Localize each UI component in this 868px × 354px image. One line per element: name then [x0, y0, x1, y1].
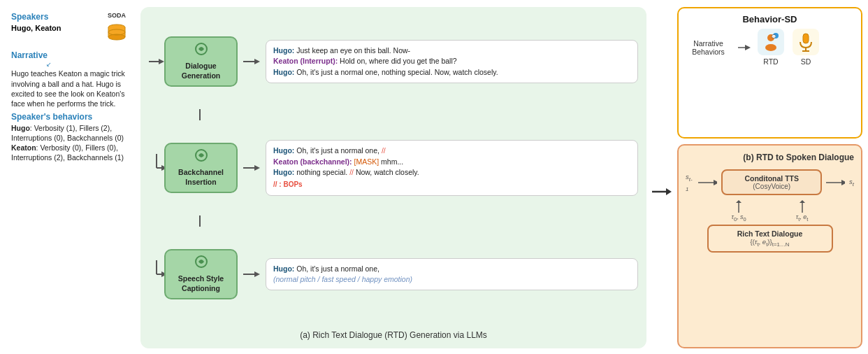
hugo-speaker-2: Hugo: [273, 68, 294, 76]
arrow-tau-s-up [734, 200, 744, 213]
elbow-connector-1 [149, 154, 164, 182]
svg-marker-22 [254, 271, 260, 277]
svg-marker-16 [254, 165, 260, 171]
rich-text-math: {(τt, et)}t=1…N [714, 238, 826, 248]
svg-marker-19 [161, 271, 164, 277]
svg-marker-37 [841, 180, 845, 185]
keaton-speaker-1: Keaton (Interrupt): [273, 57, 338, 65]
sd-icon-item: SD [793, 29, 819, 66]
rich-text-label: Rich Text Dialogue [714, 229, 826, 238]
arrow-to-icons [738, 43, 751, 52]
sd-icon [793, 29, 819, 55]
hugo-speaker-5: Hugo: [273, 264, 294, 273]
output-box-1: Hugo: Just keep an eye on this ball. Now… [266, 40, 638, 83]
main-container: Speakers Hugo, Keaton SODA Narrative ↙ H… [0, 0, 868, 354]
database-icon [104, 20, 129, 45]
v-connector-1 [164, 109, 201, 120]
rtd-spoken-caption: (b) RTD to Spoken Dialogue [686, 153, 854, 162]
row1-content: DialogueGeneration Hugo: Just keep an ey… [164, 34, 638, 89]
bops-note: // : BOPs [273, 180, 630, 190]
openai-icon-1 [194, 42, 208, 59]
behaviors-text: Hugo: Verbosity (1), Fillers (2), Interr… [11, 123, 129, 163]
rich-text-box: Rich Text Dialogue {(τt, et)}t=1…N [707, 225, 833, 253]
tau-e-label: τt, et [796, 213, 809, 222]
big-right-arrow [652, 7, 672, 348]
svg-text:💬: 💬 [772, 34, 776, 39]
style-caption: (normal pitch / fast speed / happy emoti… [273, 275, 412, 283]
svg-marker-10 [254, 59, 260, 64]
sd-label: SD [801, 57, 811, 66]
tts-sub: (CosyVoice) [728, 183, 815, 190]
soda-label: SODA [104, 11, 129, 20]
backchannel-insertion-box: BackchannelInsertion [164, 143, 238, 192]
elbow-connector-2 [149, 260, 164, 288]
rtd-icon: 💬 [758, 29, 784, 55]
svg-marker-13 [161, 165, 164, 171]
arrow-s-prev [698, 178, 717, 187]
svg-marker-26 [745, 45, 751, 50]
narrative-behaviors-label: NarrativeBehaviors [686, 39, 731, 56]
arrow-to-output2 [243, 163, 260, 173]
tau-s-label: τ0, s0 [732, 213, 746, 222]
arrow-to-output1 [243, 57, 260, 66]
openai-icon-2 [194, 148, 208, 166]
v-connector-2 [164, 215, 201, 227]
keaton-speaker-2: Keaton (backchannel): [273, 157, 352, 166]
svg-rect-31 [803, 34, 809, 43]
output-box-3: Hugo: Oh, it's just a normal one, (norma… [266, 258, 638, 290]
hugo-speaker-4: Hugo: [273, 168, 294, 176]
openai-icon-3 [194, 255, 208, 272]
svg-marker-39 [736, 200, 742, 203]
row2-content: BackchannelInsertion Hugo: Oh, it's just… [164, 137, 638, 198]
svg-point-28 [765, 44, 776, 51]
arrow-to-output3 [243, 269, 260, 279]
svg-marker-24 [666, 188, 672, 195]
behavior-sd-box: Behavior-SD NarrativeBehaviors [677, 7, 862, 139]
horiz-flow-top: st-1 Conditonal TTS (CosyVoice) [686, 167, 854, 198]
speakers-label: Speakers [11, 11, 62, 23]
rtd-label: RTD [763, 57, 778, 66]
hugo-speaker-3: Hugo: [273, 146, 294, 155]
speakers-names: Hugo, Keaton [11, 23, 62, 34]
speech-style-box: Speech StyleCaptioning [164, 249, 238, 299]
dialogue-gen-label: DialogueGeneration [182, 62, 220, 80]
row3-content: Speech StyleCaptioning Hugo: Oh, it's ju… [164, 246, 638, 302]
behavior-sd-title: Behavior-SD [686, 14, 854, 24]
backchannel-label: BackchannelInsertion [178, 168, 224, 187]
output-box-2: Hugo: Oh, it's just a normal one, // Kea… [266, 140, 638, 195]
param-labels: τ0, s0 τt, et [686, 200, 854, 222]
dialogue-generation-box: DialogueGeneration [164, 36, 238, 86]
middle-panel: DialogueGeneration Hugo: Just keep an ey… [140, 7, 646, 348]
tts-inner-flow: st-1 Conditonal TTS (CosyVoice) [686, 167, 854, 253]
svg-marker-41 [800, 200, 805, 203]
arrow-row1 [149, 57, 164, 66]
rtd-icon-item: 💬 RTD [758, 29, 784, 66]
left-panel: Speakers Hugo, Keaton SODA Narrative ↙ H… [6, 7, 135, 348]
middle-panel-caption: (a) Rich Text Dialogue (RTD) Generation … [149, 330, 638, 341]
behavior-icons: 💬 RTD [758, 29, 854, 66]
tts-box: Conditonal TTS (CosyVoice) [721, 169, 822, 195]
behaviors-label: Speaker's behaviors [11, 111, 129, 123]
speech-style-label: Speech StyleCaptioning [178, 274, 224, 293]
s-curr-label: st [849, 178, 854, 187]
rtd-spoken-box: (b) RTD to Spoken Dialogue st-1 Conditon… [677, 144, 862, 348]
hugo-speaker-1: Hugo: [273, 46, 294, 55]
arrow-s-curr [826, 178, 845, 187]
behavior-sd-content: NarrativeBehaviors 💬 [686, 29, 854, 66]
narrative-text: Hugo teaches Keaton a magic trick involv… [11, 69, 129, 108]
right-panel: Behavior-SD NarrativeBehaviors [677, 7, 862, 348]
arrow-tau-e-up [797, 200, 807, 213]
svg-marker-35 [714, 180, 717, 185]
s-prev-label: st-1 [686, 173, 694, 192]
svg-marker-7 [159, 59, 164, 64]
tts-label: Conditonal TTS [728, 174, 815, 183]
